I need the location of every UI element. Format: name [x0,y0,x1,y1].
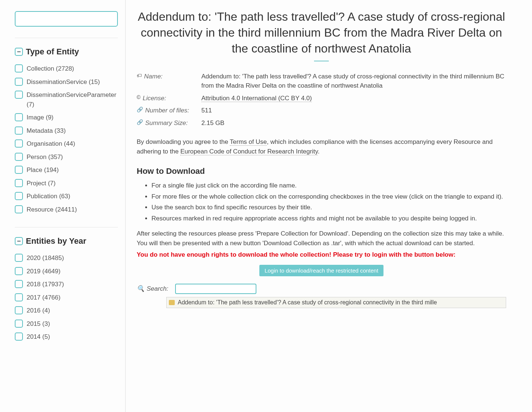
list-item: Resources marked in red require appropri… [151,214,506,223]
meta-value-size: 2.15 GB [201,118,506,128]
tree-search-label: 🔍 Search: [137,284,168,294]
checkbox-icon[interactable] [15,113,23,121]
license-link[interactable]: Attribution 4.0 International (CC BY 4.0… [201,95,312,102]
metadata-table: 🏷Name: Addendum to: 'The path less trave… [137,70,506,129]
facet-item[interactable]: Metadata (33) [15,124,118,138]
checkbox-icon[interactable] [15,126,23,135]
checkbox-icon[interactable] [15,293,23,301]
facet-item[interactable]: 2019 (4649) [15,265,118,278]
sidebar-divider [15,227,118,227]
checkbox-icon[interactable] [15,64,23,72]
page-title: Addendum to: 'The path less travelled'? … [137,9,506,57]
checkbox-icon[interactable] [15,153,23,161]
link-icon: 🔗 [137,118,143,126]
collapse-icon[interactable]: − [15,237,23,245]
checkbox-icon[interactable] [15,78,23,86]
checkbox-icon[interactable] [15,306,23,314]
facet-item[interactable]: Resource (24411) [15,203,118,216]
how-to-download-list: For a single file just click on the acco… [151,181,506,223]
list-item: For more files or the whole collection c… [151,192,506,202]
search-icon: 🔍 [137,284,144,294]
facet-type-of-entity: − Type of Entity Collection (2728) Disse… [15,45,118,216]
copyright-icon: © [137,94,140,101]
facet-item[interactable]: 2015 (3) [15,317,118,331]
main-content: Addendum to: 'The path less travelled'? … [126,0,517,412]
code-of-conduct-link[interactable]: European Code of Conduct for Research In… [180,148,318,155]
facet-item[interactable]: Image (9) [15,111,118,124]
meta-label-license: License: [143,94,166,103]
facet-item[interactable]: 2020 (18485) [15,251,118,265]
facet-item[interactable]: Collection (2728) [15,62,118,75]
tree-root-label: Addendum to: 'The path less travelled'? … [178,298,437,307]
facet-item[interactable]: DisseminationServiceParameter (7) [15,88,118,111]
list-item: Use the search box to find specific reso… [151,203,506,212]
title-underline [314,61,329,61]
after-selection-text: After selecting the resources please pre… [137,229,506,248]
how-to-download-heading: How to Download [137,165,506,177]
checkbox-icon[interactable] [15,139,23,148]
meta-label-size: Summary Size: [145,118,188,128]
tree-view: 🔍 Search: ▸ Addendum to: 'The path less … [137,284,506,308]
login-button[interactable]: Login to download/reach the restricted c… [259,265,383,276]
facet-entities-by-year: − Entities by Year 2020 (18485) 2019 (46… [15,235,118,344]
checkbox-icon[interactable] [15,166,23,174]
sidebar-search-input[interactable] [15,11,118,27]
checkbox-icon[interactable] [15,254,23,262]
facet-title: Entities by Year [26,235,86,247]
terms-of-use-link[interactable]: Terms of Use [230,138,267,146]
facet-item[interactable]: 2017 (4766) [15,291,118,304]
tree-root-row[interactable]: ▸ Addendum to: 'The path less travelled'… [166,297,506,308]
facet-item[interactable]: DisseminationService (15) [15,75,118,89]
facet-item[interactable]: 2016 (4) [15,304,118,317]
rights-warning: You do not have enough rights to downloa… [137,250,506,260]
meta-value-name: Addendum to: 'The path less travelled'? … [201,72,506,91]
facet-item[interactable]: 2018 (17937) [15,278,118,291]
checkbox-icon[interactable] [15,332,23,341]
tree-search-input[interactable] [175,284,256,294]
folder-icon [169,300,175,305]
facet-item[interactable]: 2014 (5) [15,330,118,344]
checkbox-icon[interactable] [15,280,23,288]
facet-title: Type of Entity [26,45,79,58]
facet-item[interactable]: Project (7) [15,177,118,190]
meta-label-numfiles: Number of files: [145,106,189,115]
checkbox-icon[interactable] [15,205,23,213]
checkbox-icon[interactable] [15,192,23,200]
facet-item[interactable]: Person (357) [15,151,118,164]
checkbox-icon[interactable] [15,267,23,275]
facet-item[interactable]: Publication (63) [15,190,118,203]
list-item: For a single file just click on the acco… [151,181,506,190]
facet-item[interactable]: Organisation (44) [15,137,118,151]
sidebar-divider [15,38,118,38]
sidebar: − Type of Entity Collection (2728) Disse… [0,0,126,412]
collapse-icon[interactable]: − [15,48,23,56]
meta-value-numfiles: 511 [201,106,506,115]
link-icon: 🔗 [137,106,143,114]
agreement-text: By downloading you agree to the Terms of… [137,137,506,156]
facet-item[interactable]: Place (194) [15,163,118,177]
checkbox-icon[interactable] [15,91,23,99]
checkbox-icon[interactable] [15,179,23,187]
meta-label-name: Name: [144,72,163,81]
tag-icon: 🏷 [137,72,142,80]
checkbox-icon[interactable] [15,320,23,328]
